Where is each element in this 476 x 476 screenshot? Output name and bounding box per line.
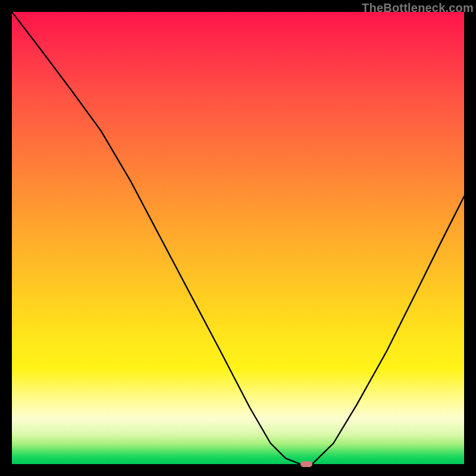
bottleneck-marker [300, 461, 312, 467]
chart-curve-layer [12, 12, 464, 464]
bottleneck-curve [12, 12, 464, 464]
watermark-text: TheBottleneck.com [362, 1, 474, 15]
chart-plot-area [12, 12, 464, 464]
chart-root: TheBottleneck.com [0, 0, 476, 476]
